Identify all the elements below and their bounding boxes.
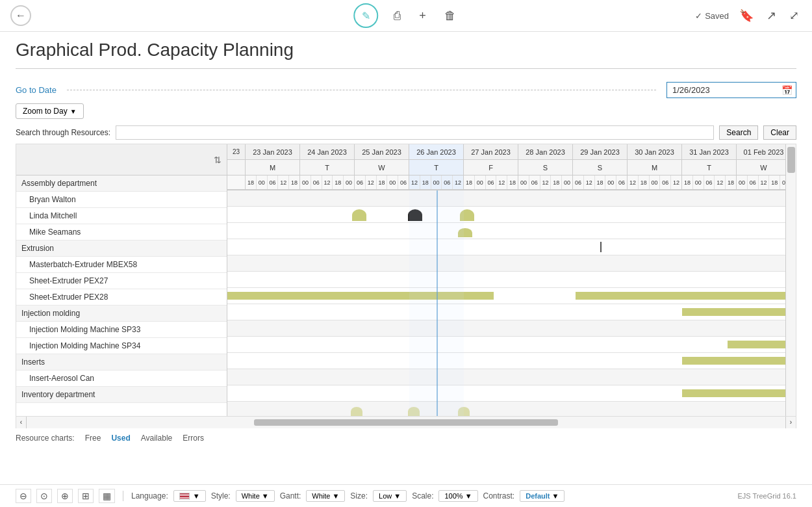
scroll-right-button[interactable]: › [785,417,796,428]
scrollbar-thumb[interactable] [787,147,795,173]
goto-date-input[interactable] [666,82,796,98]
zoom-out-button[interactable]: ⊖ [16,489,31,503]
bookmark-button[interactable]: 🔖 [737,6,756,25]
calendar-icon[interactable]: 📅 [781,85,793,96]
zoom-to-day-button[interactable]: Zoom to Day ▼ [16,103,84,119]
date-cell: 27 Jan 2023 [464,144,518,159]
gantt-bar [408,209,422,221]
gantt-date-header: 23 23 Jan 2023 24 Jan 2023 25 Jan 2023 2… [227,144,785,190]
resource-tree: ⇅ Assembly department Bryan Walton Linda… [16,144,227,416]
bottom-toolbar: ⊖ ⊙ ⊕ ⊞ ▦ Language: ▼ Style: White ▼ Gan… [0,484,812,507]
list-item: Assembly department [16,176,227,192]
add-button[interactable]: + [416,6,429,25]
gantt-row [227,272,785,288]
caret-icon: ▼ [262,492,269,500]
gantt-row [227,190,785,207]
gantt-bar [351,407,362,416]
edit-button[interactable]: ✎ [353,3,378,28]
gantt-body [227,190,785,416]
list-item: Inserts [16,354,227,370]
language-button[interactable]: ▼ [173,490,206,502]
size-label: Size: [350,491,368,500]
gantt-container: ⇅ Assembly department Bryan Walton Linda… [16,144,796,417]
contrast-button[interactable]: Default ▼ [520,490,565,502]
date-cell: 23 Jan 2023 [246,144,300,159]
gantt-row [227,353,785,369]
search-input[interactable] [116,125,714,140]
list-item: Injection Molding Machine SP33 [16,322,227,338]
search-button[interactable]: Search [719,125,758,140]
resource-chart-free[interactable]: Free [85,434,101,443]
scroll-track[interactable] [27,417,785,428]
top-bar: ← ✎ ⎙ + 🗑 Saved 🔖 ↗ ⤢ [0,0,812,32]
contrast-value: Default [526,492,550,500]
gantt-bar [227,292,494,300]
search-through-resources-label: Search through Resources: [16,128,110,137]
size-button[interactable]: Low ▼ [373,490,407,502]
day-cell: W [355,160,409,175]
date-cell: 30 Jan 2023 [628,144,682,159]
gantt-button[interactable]: White ▼ [306,490,345,502]
scale-button[interactable]: 100% ▼ [438,490,477,502]
gantt-bar [728,341,785,348]
zoom-in-button[interactable]: ⊞ [78,489,94,503]
zoom-circle-button[interactable]: ⊙ [36,489,52,503]
ejs-label: EJS TreeGrid 16.1 [738,492,797,500]
title-divider [16,68,796,69]
gantt-row [227,385,785,402]
day-cell [227,160,246,175]
delete-button[interactable]: 🗑 [442,6,459,25]
share-button[interactable]: ⎙ [391,6,403,25]
gantt-row [227,320,785,337]
style-button[interactable]: White ▼ [236,490,275,502]
gantt-row [227,223,785,239]
resource-name: Injection Molding Machine SP33 [29,325,140,334]
resource-name: Linda Mitchell [29,211,77,220]
gantt-bar [460,209,474,221]
day-cell: S [573,160,628,175]
list-item: Injection molding [16,306,227,322]
gantt-row [227,239,785,255]
day-cell-today: T [409,160,464,175]
back-button[interactable]: ← [10,5,31,26]
right-toolbar: Saved 🔖 ↗ ⤢ [695,6,802,25]
gantt-row [227,337,785,353]
collapse-button[interactable]: ⤢ [787,6,802,25]
page-title-area: Graphical Prod. Capacity Planning [0,32,812,63]
clear-button[interactable]: Clear [763,125,796,140]
day-cell: T [300,160,355,175]
resource-charts-label: Resource charts: [16,434,75,443]
zoom-row: Zoom to Day ▼ [0,101,812,123]
gantt-bar [408,407,420,416]
gantt-bar [682,357,785,365]
zoom-in-small-button[interactable]: ⊕ [57,489,73,503]
list-item: Linda Mitchell [16,208,227,224]
resource-chart-available[interactable]: Available [141,434,172,443]
list-item: Sheet-Extruder PEX28 [16,289,227,306]
gantt-row [227,304,785,320]
sort-icon[interactable]: ⇅ [214,155,222,165]
caret-icon: ▼ [394,492,401,500]
goto-label: Go to Date [16,85,57,95]
gantt-bar [576,292,785,300]
scroll-left-button[interactable]: ‹ [16,417,27,428]
export-button[interactable]: ↗ [764,6,779,25]
date-cell: 25 Jan 2023 [355,144,409,159]
bar-chart-button[interactable]: ▦ [99,489,115,503]
vertical-scrollbar[interactable] [785,144,796,416]
day-cell: W [737,160,785,175]
size-value: Low [379,492,392,500]
resource-chart-errors[interactable]: Errors [183,434,204,443]
resource-name: Insert-Aerosol Can [29,374,94,383]
scroll-thumb[interactable] [254,419,557,426]
goto-row: Go to Date 📅 [0,74,812,101]
list-item: Masterbatch-Extruder MBEX58 [16,257,227,273]
saved-label: Saved [695,11,729,21]
date-cell: 28 Jan 2023 [518,144,573,159]
resource-chart-used[interactable]: Used [111,434,130,443]
gantt-bar [600,242,602,252]
gantt-row [227,288,785,304]
tree-header: ⇅ [16,144,227,176]
resource-name: Sheet-Extruder PEX28 [29,292,108,302]
scale-label: Scale: [412,491,433,500]
